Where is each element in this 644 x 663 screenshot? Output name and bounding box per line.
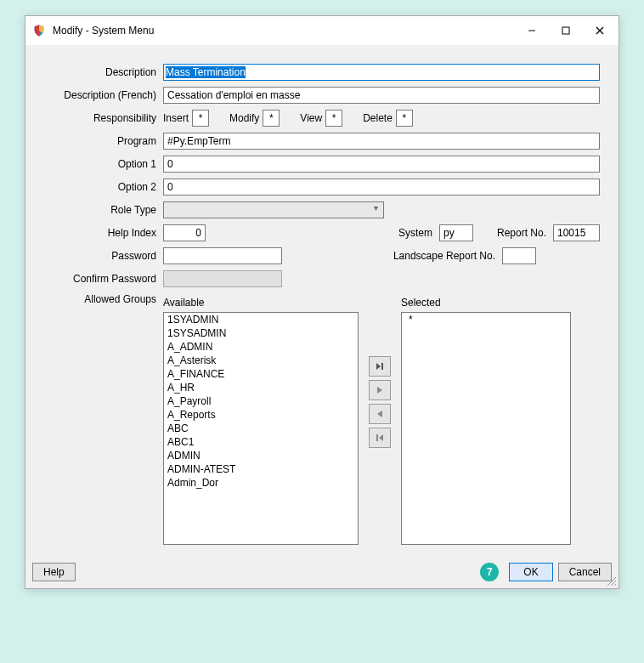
close-button[interactable] (583, 21, 617, 40)
list-item[interactable]: A_HR (164, 381, 358, 394)
minimize-button[interactable] (515, 21, 549, 40)
footer: Help 7 OK Cancel (25, 558, 619, 588)
move-left-button[interactable] (369, 404, 391, 424)
modify-system-menu-window: Modify - System Menu Description Mass Te… (25, 15, 619, 589)
ok-button[interactable]: OK (509, 563, 552, 581)
description-french-label: Description (French) (44, 89, 163, 101)
responsibility-label: Responsibility (44, 112, 163, 124)
insert-label: Insert (163, 112, 189, 124)
landscape-report-no-label: Landscape Report No. (393, 250, 495, 262)
program-label: Program (44, 135, 163, 147)
description-french-field[interactable] (163, 87, 600, 104)
landscape-report-no-field[interactable] (502, 247, 536, 264)
list-item[interactable]: A_ADMIN (164, 340, 358, 354)
svg-rect-5 (376, 434, 378, 441)
view-label: View (300, 112, 322, 124)
cancel-button[interactable]: Cancel (558, 563, 612, 581)
available-listbox[interactable]: 1SYADMIN1SYSADMINA_ADMINA_AsteriskA_FINA… (163, 312, 359, 545)
shield-icon (32, 24, 46, 37)
description-field[interactable]: Mass Termination (163, 64, 600, 81)
help-index-field[interactable] (163, 224, 206, 241)
delete-label: Delete (363, 112, 393, 124)
help-index-label: Help Index (44, 227, 163, 239)
list-item[interactable]: ADMIN-ATEST (164, 462, 358, 476)
system-label: System (398, 227, 432, 239)
option2-field[interactable] (163, 178, 600, 196)
list-item[interactable]: A_Payroll (164, 394, 358, 408)
list-item[interactable]: ADMIN (164, 449, 358, 462)
option1-label: Option 1 (44, 158, 163, 170)
svg-rect-1 (562, 27, 569, 34)
confirm-password-field (163, 270, 282, 287)
help-button[interactable]: Help (32, 563, 76, 581)
report-no-field[interactable] (553, 224, 600, 241)
form-content: Description Mass Termination Description… (25, 45, 619, 558)
titlebar: Modify - System Menu (25, 16, 619, 45)
svg-line-8 (614, 584, 616, 586)
svg-rect-4 (381, 363, 383, 370)
description-label: Description (44, 66, 163, 78)
option1-field[interactable] (163, 156, 600, 173)
selected-listbox[interactable]: * (401, 312, 571, 545)
resize-grip-icon[interactable] (605, 575, 617, 586)
description-value: Mass Termination (166, 66, 246, 78)
program-field[interactable] (163, 133, 600, 150)
password-label: Password (44, 250, 163, 262)
system-field[interactable] (439, 224, 473, 241)
delete-field[interactable] (396, 110, 413, 127)
allowed-groups-label: Allowed Groups (44, 293, 163, 305)
list-item[interactable]: A_Reports (164, 408, 358, 422)
list-item[interactable]: ABC1 (164, 435, 358, 449)
selected-item[interactable]: * (405, 313, 567, 326)
move-right-button[interactable] (369, 380, 391, 400)
list-item[interactable]: A_FINANCE (164, 367, 358, 381)
window-title: Modify - System Menu (53, 25, 515, 37)
move-all-left-button[interactable] (369, 428, 391, 448)
modify-label: Modify (229, 112, 259, 124)
list-item[interactable]: 1SYADMIN (164, 313, 358, 326)
step-badge: 7 (480, 563, 499, 581)
role-type-select[interactable] (163, 201, 384, 218)
modify-field[interactable] (263, 110, 280, 127)
option2-label: Option 2 (44, 181, 163, 193)
password-field[interactable] (163, 247, 282, 264)
selected-label: Selected (401, 297, 571, 309)
insert-field[interactable] (192, 110, 209, 127)
list-item[interactable]: ABC (164, 422, 358, 435)
maximize-button[interactable] (549, 21, 583, 40)
confirm-password-label: Confirm Password (44, 273, 163, 285)
role-type-label: Role Type (44, 204, 163, 216)
move-all-right-button[interactable] (369, 356, 391, 377)
list-item[interactable]: 1SYSADMIN (164, 326, 358, 340)
available-label: Available (163, 297, 359, 309)
view-field[interactable] (325, 110, 342, 127)
list-item[interactable]: A_Asterisk (164, 354, 358, 367)
report-no-label: Report No. (497, 227, 546, 239)
list-item[interactable]: Admin_Dor (164, 476, 358, 490)
